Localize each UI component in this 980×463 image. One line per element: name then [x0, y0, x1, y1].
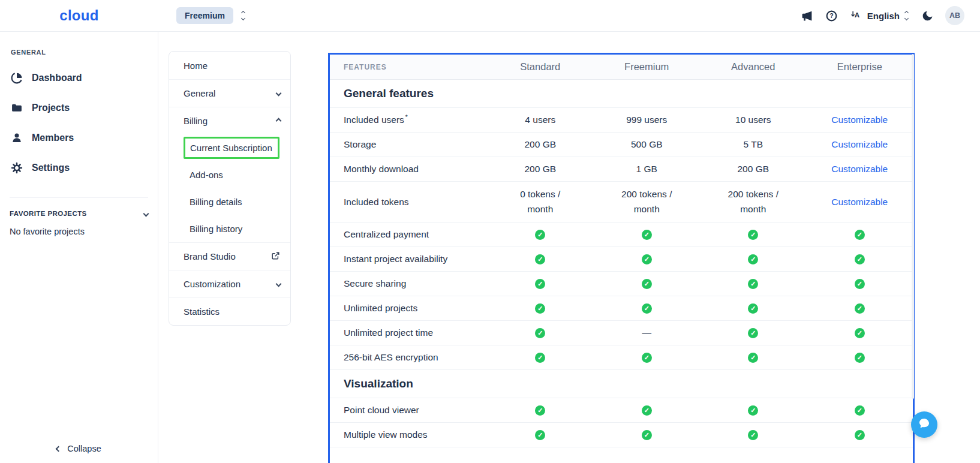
cell-included: ✓: [487, 402, 594, 419]
column-header-enterprise: Enterprise: [807, 61, 913, 73]
favorite-projects-label: FAVORITE PROJECTS: [10, 210, 87, 217]
sidebar-section-label: GENERAL: [11, 49, 148, 56]
table-row: 256-bit AES encryption✓✓✓✓: [330, 345, 913, 370]
cell-included: ✓: [700, 275, 807, 293]
subnav-item-statistics[interactable]: Statistics: [169, 297, 290, 325]
subnav-item-label: Billing history: [190, 224, 242, 234]
subnav-item-general[interactable]: General: [169, 79, 290, 107]
table-row: Secure sharing✓✓✓✓: [330, 272, 913, 296]
sidebar-item-dashboard[interactable]: Dashboard: [10, 63, 148, 93]
person-icon: [11, 132, 23, 144]
cell-value: 0 tokens / month: [487, 184, 594, 220]
table-row: Included users*4 users999 users10 usersC…: [330, 108, 913, 133]
cell-included: ✓: [807, 349, 913, 366]
subnav-item-customization[interactable]: Customization: [169, 270, 290, 297]
customizable-link[interactable]: Customizable: [831, 164, 888, 175]
check-circle-icon: ✓: [535, 254, 545, 264]
table-section-row: General features: [330, 80, 913, 108]
customizable-link[interactable]: Customizable: [831, 115, 888, 125]
check-circle-icon: ✓: [748, 279, 758, 289]
cell-value: 1 GB: [594, 158, 701, 180]
check-circle-icon: ✓: [748, 430, 758, 440]
active-item-highlight: Current Subscription: [184, 137, 279, 159]
subnav-item-label: Billing: [184, 116, 208, 126]
check-circle-icon: ✓: [535, 279, 545, 289]
section-title: Visualization: [330, 377, 913, 390]
chat-bubble-icon: [917, 416, 931, 433]
cell-included: ✓: [700, 402, 807, 419]
subnav-item-billing-history[interactable]: Billing history: [169, 215, 290, 242]
feature-label: Monthly download: [330, 160, 487, 178]
column-header-freemium: Freemium: [594, 61, 701, 73]
help-icon[interactable]: ?: [825, 9, 838, 22]
subnav-item-billing-details[interactable]: Billing details: [169, 188, 290, 215]
cell-not-included: —: [594, 324, 701, 342]
topbar-right: ? A English AB: [801, 6, 980, 25]
cell-included: ✓: [594, 300, 701, 317]
check-circle-icon: ✓: [855, 279, 865, 289]
cell-value: 500 GB: [594, 134, 701, 155]
subnav-item-brand-studio[interactable]: Brand Studio: [169, 242, 290, 270]
section-title: General features: [330, 87, 913, 100]
cell-value: 200 GB: [487, 158, 594, 180]
chat-launcher-button[interactable]: [911, 411, 937, 438]
gear-icon: [11, 162, 23, 174]
subnav-item-billing[interactable]: Billing: [169, 107, 290, 134]
footnote-asterisk: *: [405, 114, 408, 121]
sidebar-item-label: Settings: [32, 163, 70, 173]
sidebar-item-projects[interactable]: Projects: [10, 93, 148, 123]
favorite-projects-empty: No favorite projects: [10, 227, 148, 236]
feature-label: Multiple view modes: [330, 426, 487, 444]
table-row: Point cloud viewer✓✓✓✓: [330, 398, 913, 423]
table-row: Included tokens0 tokens / month200 token…: [330, 182, 913, 223]
translate-icon: A: [850, 9, 863, 22]
sidebar-item-members[interactable]: Members: [10, 123, 148, 153]
subnav-item-add-ons[interactable]: Add-ons: [169, 161, 290, 188]
table-row: Monthly download200 GB1 GB200 GBCustomiz…: [330, 157, 913, 182]
plan-expander-icon[interactable]: [241, 10, 246, 21]
customizable-link[interactable]: Customizable: [831, 197, 888, 208]
cell-included: ✓: [807, 324, 913, 342]
check-circle-icon: ✓: [642, 303, 652, 314]
plan-badge[interactable]: Freemium: [176, 7, 233, 24]
check-circle-icon: ✓: [642, 230, 652, 240]
cell-included: ✓: [807, 251, 913, 268]
cell-included: ✓: [807, 226, 913, 243]
language-selector[interactable]: A English: [850, 9, 909, 22]
check-circle-icon: ✓: [748, 303, 758, 314]
table-scrollbar[interactable]: [912, 54, 914, 399]
cell-link: Customizable: [807, 193, 913, 211]
language-expander-icon: [904, 10, 909, 21]
check-circle-icon: ✓: [535, 328, 545, 338]
feature-label: Storage: [330, 136, 487, 154]
check-circle-icon: ✓: [855, 353, 865, 363]
cell-included: ✓: [700, 226, 807, 243]
sidebar-collapse-button[interactable]: Collapse: [0, 444, 158, 453]
folder-icon: [11, 102, 23, 114]
subnav-item-current-subscription[interactable]: Current Subscription: [169, 134, 290, 161]
sidebar-item-label: Dashboard: [32, 73, 82, 83]
dark-mode-icon[interactable]: [921, 9, 934, 22]
table-row: Instant project availability✓✓✓✓: [330, 247, 913, 272]
cell-included: ✓: [594, 226, 701, 243]
subnav-item-label: Statistics: [184, 306, 220, 317]
cell-included: ✓: [807, 402, 913, 419]
subnav-item-label: Billing details: [190, 197, 242, 207]
announcements-icon[interactable]: [801, 9, 814, 22]
avatar[interactable]: AB: [945, 6, 964, 25]
plan-selector[interactable]: Freemium: [176, 7, 246, 24]
favorite-projects-toggle[interactable]: FAVORITE PROJECTS: [10, 197, 148, 217]
pie-chart-icon: [11, 72, 23, 84]
settings-subnav: Home General Billing Current Subscriptio…: [169, 51, 291, 326]
customizable-link[interactable]: Customizable: [831, 139, 888, 150]
cell-included: ✓: [487, 251, 594, 268]
check-circle-icon: ✓: [642, 353, 652, 363]
cell-value: 200 tokens / month: [700, 184, 807, 220]
cell-value: 200 GB: [487, 134, 594, 155]
subnav-item-home[interactable]: Home: [169, 52, 290, 79]
sidebar-item-settings[interactable]: Settings: [10, 153, 148, 183]
cell-value: 5 TB: [700, 134, 807, 155]
check-circle-icon: ✓: [642, 279, 652, 289]
column-header-advanced: Advanced: [700, 61, 807, 73]
cell-included: ✓: [487, 349, 594, 366]
